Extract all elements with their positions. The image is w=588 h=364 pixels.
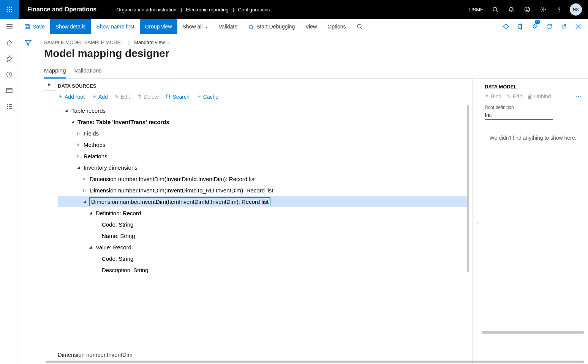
help-icon[interactable]: [552, 0, 567, 19]
options-button[interactable]: Options: [322, 19, 351, 34]
validate-button[interactable]: Validate: [213, 19, 243, 34]
modules-icon[interactable]: [6, 102, 13, 110]
save-icon: [24, 24, 30, 30]
search-icon[interactable]: [488, 0, 503, 19]
caret-right-icon[interactable]: ▷: [76, 154, 81, 158]
add-root-button[interactable]: ＋Add root: [58, 93, 85, 100]
svg-point-8: [11, 11, 13, 13]
scrollbar-horizontal[interactable]: [482, 331, 584, 334]
tree-node-label: Definition: Record: [96, 210, 141, 216]
search-button[interactable]: Search: [166, 94, 189, 100]
svg-point-14: [559, 11, 559, 11]
caret-down-icon[interactable]: ◢: [70, 120, 74, 124]
home-icon[interactable]: [6, 39, 13, 46]
workspace-icon[interactable]: [6, 87, 13, 94]
clock-icon[interactable]: [6, 71, 13, 78]
show-name-first-button[interactable]: Show name first: [91, 19, 139, 34]
separator: |: [128, 39, 129, 45]
app-launcher-button[interactable]: [0, 0, 19, 19]
validate-label: Validate: [218, 24, 237, 30]
tree-node[interactable]: ◢Table records: [58, 105, 468, 116]
breadcrumb: Organization administration ❯ Electronic…: [116, 7, 270, 13]
collapse-handle[interactable]: ▶: [44, 79, 55, 91]
search-label: Search: [172, 94, 189, 100]
chevron-right-icon: ❯: [232, 7, 235, 12]
attachment-icon[interactable]: 0: [529, 19, 541, 34]
svg-point-11: [526, 9, 526, 9]
refresh-icon[interactable]: [543, 19, 555, 34]
scrollbar-vertical[interactable]: [467, 105, 469, 272]
svg-point-9: [493, 7, 497, 11]
breadcrumb-item[interactable]: Configurations: [238, 7, 270, 13]
tree-node[interactable]: ◢Trans: Table 'InventTrans' records: [58, 116, 468, 128]
breadcrumb-item[interactable]: Electronic reporting: [186, 7, 229, 13]
scrollbar-horizontal[interactable]: [46, 361, 584, 363]
caret-right-icon[interactable]: ▷: [76, 131, 81, 135]
gear-icon[interactable]: [536, 0, 551, 19]
tree-node[interactable]: ▷Methods: [58, 139, 468, 150]
breadcrumb-item[interactable]: Organization administration: [116, 7, 176, 13]
tree-node[interactable]: ▷Relations: [58, 150, 468, 162]
show-all-dropdown[interactable]: Show all ⌄: [177, 19, 213, 34]
tree-node[interactable]: Description: String: [58, 264, 468, 276]
caret-right-icon[interactable]: ▷: [76, 143, 81, 147]
office-icon[interactable]: [514, 19, 526, 34]
more-button[interactable]: ⋯: [576, 93, 581, 99]
tree-node[interactable]: Code: String: [58, 219, 468, 230]
caret-right-icon[interactable]: ▷: [82, 188, 87, 192]
bind-button: ⚭Bind: [485, 93, 501, 99]
caret-down-icon[interactable]: ◢: [76, 165, 81, 169]
caret-down-icon[interactable]: ◢: [88, 245, 93, 249]
root-definition-input[interactable]: [485, 111, 553, 120]
show-details-label: Show details: [55, 24, 85, 30]
popout-icon[interactable]: [558, 19, 570, 34]
svg-point-19: [166, 95, 170, 98]
group-view-button[interactable]: Group view: [140, 19, 177, 34]
add-button[interactable]: ＋Add: [92, 93, 108, 100]
app-title: Finance and Operations: [19, 6, 105, 13]
tree-node-label: Fields: [84, 130, 99, 137]
start-debugging-button[interactable]: Start Debugging: [243, 19, 300, 34]
tree-node[interactable]: ▷Dimension number.InventDim(InventDimId.…: [58, 173, 468, 184]
tree-node-label: Code: String: [102, 255, 133, 262]
tree-node[interactable]: ▷Dimension number.InventDim(InventDimIdT…: [58, 184, 468, 196]
page-context: SAMPLE MODEL SAMPLE MODEL: [44, 39, 123, 45]
datasource-tree[interactable]: ◢Table records◢Trans: Table 'InventTrans…: [58, 105, 472, 344]
star-icon[interactable]: [6, 55, 13, 62]
tree-node[interactable]: ◢Definition: Record: [58, 207, 468, 219]
save-button[interactable]: Save: [19, 19, 50, 34]
show-details-button[interactable]: Show details: [50, 19, 91, 34]
svg-point-1: [9, 7, 10, 8]
tab-mapping[interactable]: Mapping: [44, 65, 66, 79]
svg-point-15: [250, 25, 253, 28]
avatar[interactable]: NS: [570, 3, 582, 16]
splitter[interactable]: ⋮⋮: [473, 79, 478, 364]
nav-toggle-button[interactable]: [0, 19, 19, 34]
selection-path: Dimension number.InventDim: [58, 344, 472, 358]
tree-node[interactable]: Name: String: [58, 230, 468, 241]
tab-validations[interactable]: Validations: [74, 65, 102, 78]
caret-down-icon[interactable]: ◢: [82, 200, 87, 203]
diamond-icon[interactable]: [500, 19, 512, 34]
link-icon: ⚭: [485, 93, 489, 99]
tree-node[interactable]: ▷Fields: [58, 128, 468, 139]
view-button[interactable]: View: [300, 19, 322, 34]
caret-right-icon[interactable]: ▷: [82, 177, 87, 181]
actionbar-search-button[interactable]: [351, 19, 368, 34]
tree-node[interactable]: ◢Inventory dimensions: [58, 162, 468, 173]
tree-node[interactable]: ◢Dimension number.InventDim(ItemInventDi…: [58, 196, 468, 207]
cache-label: Cache: [203, 94, 218, 100]
tree-node[interactable]: ◢Value: Record: [58, 241, 468, 253]
bell-icon[interactable]: [504, 0, 519, 19]
group-view-label: Group view: [145, 24, 172, 30]
caret-down-icon[interactable]: ◢: [64, 109, 68, 112]
tree-node-label: Dimension number.InventDim(InventDimIdTo…: [90, 187, 273, 194]
svg-point-2: [11, 7, 13, 8]
smile-icon[interactable]: [520, 0, 535, 19]
view-selector[interactable]: Standard view ⌄: [134, 39, 170, 45]
caret-down-icon[interactable]: ◢: [88, 211, 93, 215]
cache-button[interactable]: ＋Cache: [196, 93, 218, 100]
tree-node[interactable]: Code: String: [58, 253, 468, 264]
filter-icon[interactable]: [25, 39, 32, 364]
close-icon[interactable]: [572, 19, 584, 34]
